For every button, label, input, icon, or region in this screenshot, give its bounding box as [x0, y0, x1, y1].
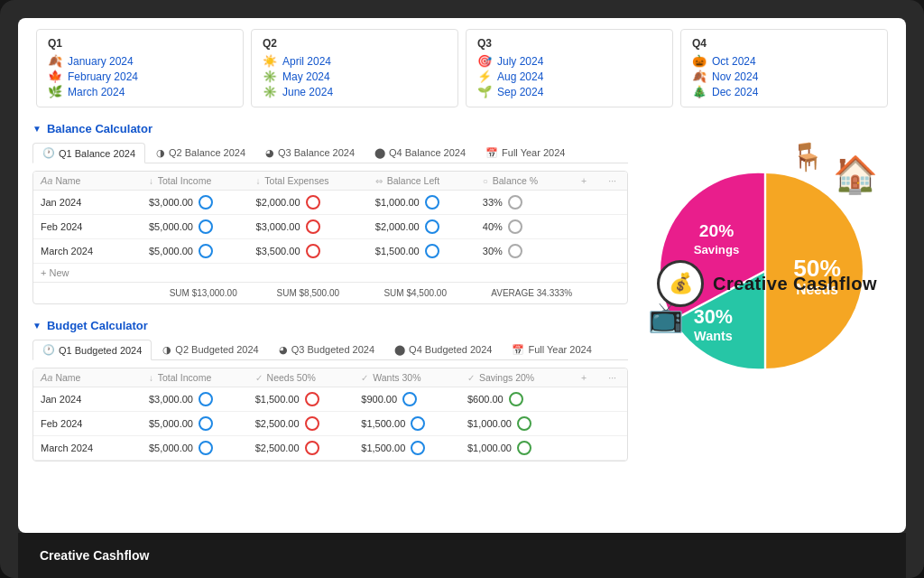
- tab-q1-balance-label: Q1 Balance 2024: [59, 148, 135, 159]
- tab-fullyear-balance[interactable]: 📅 Full Year 2024: [476, 143, 574, 163]
- right-panel: 🏠 🪑 📺: [657, 163, 892, 379]
- balance-jan-balance-circle[interactable]: [425, 195, 439, 210]
- col-name-header: Aa Name: [33, 172, 142, 191]
- footer-spacer: [41, 286, 170, 300]
- savings-label-text: Savings: [694, 243, 740, 256]
- wants-label-text: Wants: [694, 329, 733, 343]
- budget-row-jan: Jan 2024 $3,000.00: [33, 387, 627, 412]
- month-mar-2024[interactable]: 🌿 March 2024: [48, 84, 232, 99]
- balance-jan-percent-circle[interactable]: [508, 195, 522, 210]
- tab-q1-balance[interactable]: 🕐 Q1 Balance 2024: [32, 143, 145, 163]
- tab-q2-balance[interactable]: ◑ Q2 Balance 2024: [147, 143, 254, 163]
- balance-section-header[interactable]: ▼ Balance Calculator: [32, 122, 892, 135]
- balance-toggle-icon: ▼: [32, 124, 42, 134]
- month-oct-2024[interactable]: 🎃 Oct 2024: [692, 53, 876, 69]
- tab-q4-balance-icon: ⬤: [374, 147, 385, 159]
- budget-feb-wants-circle[interactable]: [411, 416, 425, 431]
- budget-jan-needs: $1,500.00: [248, 387, 355, 412]
- tab-q3-balance-label: Q3 Balance 2024: [278, 147, 355, 158]
- budget-march-needs-circle[interactable]: [305, 441, 319, 455]
- month-may-2024[interactable]: ✳️ May 2024: [263, 69, 447, 84]
- tab-q2-budget[interactable]: ◑ Q2 Budgeted 2024: [153, 340, 267, 359]
- col-percent-header: ○ Balance %: [476, 172, 570, 191]
- balance-row-jan: Jan 2024 $3,000.00: [33, 191, 627, 215]
- tab-q4-balance[interactable]: ⬤ Q4 Balance 2024: [365, 143, 475, 163]
- balance-income-sum: SUM $13,000.00: [170, 286, 277, 300]
- budget-march-savings-circle[interactable]: [517, 441, 531, 455]
- feb-emoji: 🍁: [48, 70, 62, 83]
- balance-jan-expenses: $2,000.00: [249, 191, 368, 215]
- tab-fullyear-budget-label: Full Year 2024: [528, 344, 591, 355]
- tab-q1-budget[interactable]: 🕐 Q1 Budgeted 2024: [32, 340, 152, 360]
- balance-march-income-circle[interactable]: [199, 244, 213, 258]
- balance-table-wrapper: Aa Name ↓ Total Income ↓ Total Expenses …: [32, 171, 628, 304]
- col-balance-header: ⇔ Balance Left: [368, 172, 476, 191]
- balance-balance-sum: SUM $4,500.00: [383, 286, 491, 300]
- budget-table-wrapper: Aa Name ↓ Total Income ✓ Needs 50% ✓ Wan…: [32, 368, 628, 461]
- month-jul-2024[interactable]: 🎯 July 2024: [477, 53, 661, 69]
- month-dec-2024[interactable]: 🎄 Dec 2024: [692, 84, 876, 99]
- budget-section-wrapper: 🕐 Q1 Budgeted 2024 ◑ Q2 Budgeted 2024 ◕ …: [32, 340, 628, 461]
- month-apr-2024[interactable]: ☀️ April 2024: [263, 53, 447, 69]
- dec-emoji: 🎄: [692, 85, 707, 98]
- balance-march-expenses-circle[interactable]: [306, 244, 320, 258]
- balance-add-new[interactable]: + New: [33, 264, 627, 282]
- col-dots-header[interactable]: ···: [597, 172, 627, 191]
- month-aug-2024[interactable]: ⚡ Aug 2024: [477, 69, 661, 84]
- balance-table: Aa Name ↓ Total Income ↓ Total Expenses …: [33, 172, 627, 264]
- tab-fullyear-budget[interactable]: 📅 Full Year 2024: [503, 340, 600, 359]
- balance-feb-income-circle[interactable]: [199, 219, 213, 234]
- budget-feb-savings-circle[interactable]: [517, 416, 531, 431]
- budget-march-income-circle[interactable]: [199, 441, 213, 455]
- savings-percent-text: 20%: [699, 221, 734, 240]
- balance-jan-expenses-circle[interactable]: [306, 195, 320, 210]
- budget-feb-name[interactable]: Feb 2024: [33, 412, 142, 436]
- balance-jan-income-circle[interactable]: [199, 195, 213, 210]
- footer-end: [598, 286, 620, 300]
- balance-feb-balance-circle[interactable]: [425, 219, 439, 234]
- budget-col-wants-header: ✓ Wants 30%: [354, 368, 460, 387]
- budget-feb-needs-circle[interactable]: [305, 416, 319, 431]
- month-sep-2024[interactable]: 🌱 Sep 2024: [477, 84, 661, 99]
- budget-jan-savings-circle[interactable]: [509, 392, 523, 406]
- budget-section-title: Budget Calculator: [47, 319, 148, 332]
- budget-march-wants: $1,500.00: [354, 436, 460, 461]
- month-nov-2024[interactable]: 🍂 Nov 2024: [692, 69, 876, 84]
- budget-jan-income-circle[interactable]: [199, 392, 213, 406]
- tab-q4-balance-label: Q4 Balance 2024: [389, 147, 466, 158]
- balance-march-balance-circle[interactable]: [425, 244, 439, 258]
- col-plus-header[interactable]: +: [570, 172, 597, 191]
- tab-q3-budget[interactable]: ◕ Q3 Budgeted 2024: [270, 340, 383, 359]
- balance-march-percent-circle[interactable]: [508, 244, 522, 258]
- budget-jan-income: $3,000.00: [142, 387, 248, 412]
- tab-q4-budget[interactable]: ⬤ Q4 Budgeted 2024: [385, 340, 501, 359]
- balance-jan-name[interactable]: Jan 2024: [33, 191, 142, 215]
- q4-label: Q4: [692, 37, 876, 50]
- tab-q4-budget-label: Q4 Budgeted 2024: [409, 344, 492, 355]
- tab-q3-balance[interactable]: ◕ Q3 Balance 2024: [256, 143, 364, 163]
- budget-feb-income-circle[interactable]: [199, 416, 213, 431]
- budget-col-dots-header[interactable]: ···: [597, 368, 627, 387]
- budget-feb-income: $5,000.00: [142, 412, 248, 436]
- month-jan-2024[interactable]: 🍂 January 2024: [48, 53, 232, 69]
- balance-feb-name[interactable]: Feb 2024: [33, 215, 142, 239]
- budget-jan-wants-circle[interactable]: [402, 392, 417, 406]
- col-income-header: ↓ Total Income: [142, 172, 249, 191]
- budget-jan-needs-circle[interactable]: [305, 392, 319, 406]
- nov-emoji: 🍂: [692, 70, 707, 83]
- taskbar-title: Creative Cashflow: [40, 548, 149, 563]
- balance-table-footer: SUM $13,000.00 SUM $8,500.00 SUM $4,500.…: [33, 282, 627, 303]
- balance-march-name[interactable]: March 2024: [33, 239, 142, 264]
- budget-jan-name[interactable]: Jan 2024: [33, 387, 142, 412]
- budget-march-name[interactable]: March 2024: [33, 436, 142, 461]
- balance-feb-percent-circle[interactable]: [508, 219, 522, 234]
- logo-area: 💰 Creative Cashflow: [657, 260, 877, 307]
- budget-march-wants-circle[interactable]: [411, 441, 425, 455]
- q3-label: Q3: [477, 37, 661, 50]
- month-feb-2024[interactable]: 🍁 February 2024: [48, 69, 232, 84]
- balance-feb-expenses-circle[interactable]: [306, 219, 320, 234]
- month-jun-2024[interactable]: ✳️ June 2024: [263, 84, 447, 99]
- house-emoji: 🏠: [833, 154, 878, 196]
- budget-col-plus-header[interactable]: +: [570, 368, 597, 387]
- taskbar-bottom: Creative Cashflow: [18, 533, 906, 578]
